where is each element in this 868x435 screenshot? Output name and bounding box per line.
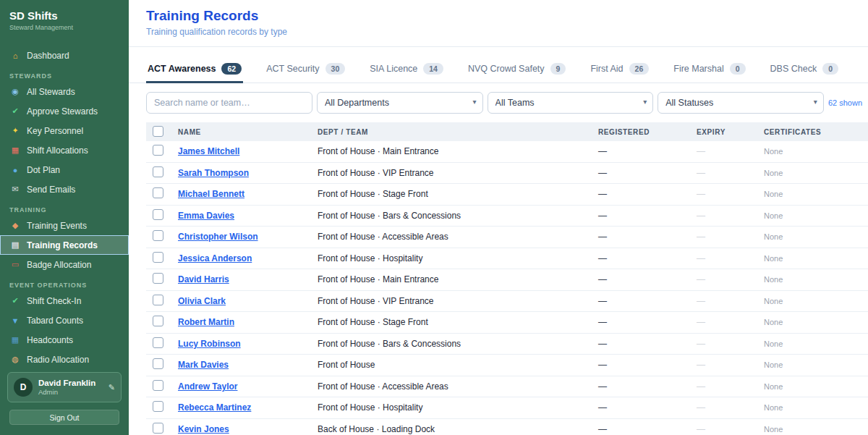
steward-name-link[interactable]: Jessica Anderson <box>178 253 252 263</box>
sidebar-item-send-emails[interactable]: ✉ Send Emails <box>0 180 129 199</box>
certificates-cell: None <box>764 318 868 326</box>
dept-team-cell: Front of House · Stage Front <box>318 317 598 327</box>
row-checkbox[interactable] <box>153 358 163 369</box>
row-checkbox[interactable] <box>153 252 163 263</box>
table-row: Michael Bennett Front of House · Stage F… <box>146 184 868 206</box>
sidebar-item-label: Key Personnel <box>27 126 83 136</box>
sign-out-button[interactable]: Sign Out <box>9 410 119 425</box>
sidebar-section-header: EVENT OPERATIONS <box>0 274 129 291</box>
steward-name-link[interactable]: Rebecca Martinez <box>178 402 251 413</box>
row-checkbox[interactable] <box>153 187 163 198</box>
team-select-wrap: All Teams ▾ <box>488 92 654 114</box>
row-checkbox[interactable] <box>153 380 163 391</box>
sidebar-item-label: Training Events <box>27 221 87 231</box>
registered-cell: — <box>598 402 697 413</box>
registered-cell: — <box>598 253 697 263</box>
sidebar-section-header: STEWARDS <box>0 65 129 82</box>
table-row: Christopher Wilson Front of House · Acce… <box>146 227 868 248</box>
sidebar-item-training-records[interactable]: ▤ Training Records <box>0 235 129 255</box>
certificates-cell: None <box>764 169 868 177</box>
expiry-cell: — <box>697 381 764 392</box>
certificates-cell: None <box>764 382 868 391</box>
steward-name-link[interactable]: Kevin Jones <box>178 424 229 434</box>
sidebar-item-approve-stewards[interactable]: ✔ Approve Stewards <box>0 101 129 121</box>
expiry-cell: — <box>697 339 764 349</box>
tab-act-security[interactable]: ACT Security 30 <box>265 56 346 83</box>
row-checkbox[interactable] <box>153 166 163 177</box>
sidebar-item-dashboard[interactable]: ⌂ Dashboard <box>0 46 129 65</box>
app-title: SD Shifts <box>9 9 119 22</box>
steward-name-link[interactable]: Michael Bennett <box>178 189 244 199</box>
shown-count: 62 shown <box>828 98 864 107</box>
sidebar-item-shift-check-in[interactable]: ✔ Shift Check-In <box>0 291 129 311</box>
headcount-icon: ▦ <box>9 335 21 345</box>
sidebar-item-shift-allocations[interactable]: ▦ Shift Allocations <box>0 140 129 160</box>
sidebar-item-label: Tabard Counts <box>27 316 83 326</box>
department-select[interactable]: All Departments <box>317 92 483 114</box>
steward-name-link[interactable]: Andrew Taylor <box>178 381 237 392</box>
row-checkbox[interactable] <box>153 209 163 220</box>
tab-fire-marshal[interactable]: Fire Marshal 0 <box>672 56 746 83</box>
status-select[interactable]: All Statuses <box>658 92 824 114</box>
steward-name-link[interactable]: Sarah Thompson <box>178 168 249 178</box>
sidebar-item-radio-allocation[interactable]: ◍ Radio Allocation <box>0 350 129 366</box>
sidebar-item-badge-allocation[interactable]: ▭ Badge Allocation <box>0 255 129 274</box>
row-checkbox[interactable] <box>153 423 163 434</box>
tab-nvq-crowd-safety[interactable]: NVQ Crowd Safety 9 <box>467 56 567 83</box>
expiry-cell: — <box>697 402 764 413</box>
steward-name-link[interactable]: Mark Davies <box>178 360 229 370</box>
row-checkbox[interactable] <box>153 230 163 241</box>
sidebar-item-label: Approve Stewards <box>27 106 98 117</box>
sidebar-item-dot-plan[interactable]: ● Dot Plan <box>0 160 129 180</box>
row-checkbox[interactable] <box>153 401 163 412</box>
team-select[interactable]: All Teams <box>488 92 654 114</box>
row-checkbox[interactable] <box>153 273 163 284</box>
tab-act-awareness[interactable]: ACT Awareness 62 <box>146 56 243 83</box>
sidebar-item-label: Badge Allocation <box>27 260 91 270</box>
certificates-cell: None <box>764 360 868 369</box>
dept-team-cell: Front of House · Accessible Areas <box>318 232 598 242</box>
users-icon: ◉ <box>9 87 21 96</box>
sidebar-item-all-stewards[interactable]: ◉ All Stewards <box>0 82 129 101</box>
sidebar: SD Shifts Steward Management ⌂ Dashboard… <box>0 0 129 435</box>
table-row: Andrew Taylor Front of House · Accessibl… <box>146 376 868 398</box>
tab-count-badge: 62 <box>221 63 242 75</box>
expiry-cell: — <box>697 253 764 263</box>
search-input[interactable] <box>146 92 312 114</box>
steward-name-link[interactable]: James Mitchell <box>178 146 239 156</box>
user-name: David Franklin <box>38 379 95 389</box>
dept-team-cell: Back of House · Loading Dock <box>318 424 598 434</box>
steward-name-link[interactable]: Olivia Clark <box>178 296 226 306</box>
dept-team-cell: Front of House · Bars & Concessions <box>318 339 598 349</box>
steward-name-link[interactable]: Emma Davies <box>178 211 234 221</box>
tab-first-aid[interactable]: First Aid 26 <box>589 56 650 83</box>
sidebar-item-training-events[interactable]: ◆ Training Events <box>0 216 129 235</box>
table-row: Lucy Robinson Front of House · Bars & Co… <box>146 334 868 355</box>
edit-profile-icon[interactable]: ✎ <box>109 383 115 392</box>
steward-name-link[interactable]: Robert Martin <box>178 317 234 327</box>
certificates-cell: None <box>764 147 868 156</box>
sidebar-item-tabard-counts[interactable]: ▼ Tabard Counts <box>0 311 129 330</box>
steward-name-link[interactable]: Lucy Robinson <box>178 339 241 349</box>
department-select-wrap: All Departments ▾ <box>317 92 483 114</box>
tab-sia-licence[interactable]: SIA Licence 14 <box>368 56 445 83</box>
registered-cell: — <box>598 296 697 306</box>
row-checkbox[interactable] <box>153 145 163 156</box>
sidebar-item-label: Send Emails <box>27 185 75 195</box>
user-info: David Franklin Admin <box>38 379 95 397</box>
certificates-cell: None <box>764 232 868 241</box>
steward-name-link[interactable]: Christopher Wilson <box>178 232 258 242</box>
steward-name-link[interactable]: David Harris <box>178 274 229 284</box>
sidebar-item-headcounts[interactable]: ▦ Headcounts <box>0 330 129 350</box>
tab-dbs-check[interactable]: DBS Check 0 <box>769 56 840 83</box>
tab-label: DBS Check <box>770 64 817 74</box>
row-checkbox[interactable] <box>153 316 163 326</box>
main-content: Training Records Training qualification … <box>129 0 868 435</box>
tab-count-badge: 26 <box>629 63 650 75</box>
select-all-checkbox[interactable] <box>153 126 163 137</box>
sidebar-item-key-personnel[interactable]: ✦ Key Personnel <box>0 121 129 140</box>
row-checkbox[interactable] <box>153 295 163 305</box>
sidebar-item-label: Dashboard <box>27 51 69 61</box>
row-checkbox[interactable] <box>153 337 163 348</box>
certificates-cell: None <box>764 275 868 284</box>
